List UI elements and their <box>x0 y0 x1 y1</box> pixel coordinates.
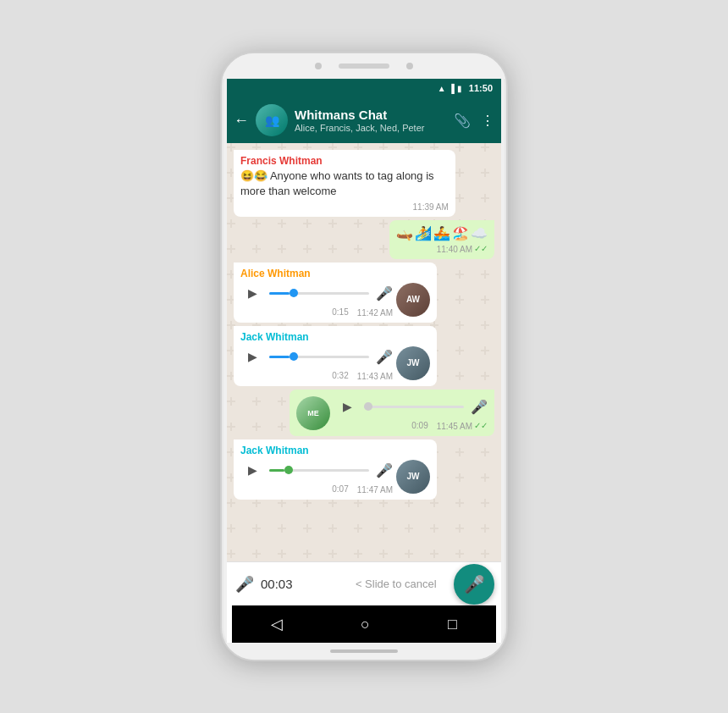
sender-name-alice: Alice Whitman <box>240 268 430 279</box>
recents-nav-button[interactable]: □ <box>448 616 457 633</box>
avatar-jack-2: JW <box>396 460 430 494</box>
waveform-fill-jack <box>269 356 290 358</box>
recording-bar: 🎤 00:03 < Slide to cancel 🎤 <box>227 561 501 605</box>
read-receipt: ✓✓ <box>474 244 488 253</box>
duration-alice: 0:15 <box>332 307 348 317</box>
waveform-dot-jack-2 <box>284 466 293 474</box>
phone-frame: ▲ ▐ ▮ 11:50 ← 👥 Whitmans Chat Alice, Fra… <box>220 52 508 661</box>
message-sent-voice: ME ▶ 🎤 0:09 11:45 AM ✓✓ <box>290 390 494 436</box>
back-nav-button[interactable]: ◁ <box>271 615 283 633</box>
voice-row-alice: ▶ 🎤 0:15 11:42 AM AW <box>240 281 430 318</box>
duration-jack-2: 0:07 <box>332 484 348 494</box>
play-button-sent[interactable]: ▶ <box>335 395 359 418</box>
volume-down-button <box>220 231 222 274</box>
voice-player-jack: ▶ 🎤 <box>240 345 393 368</box>
sender-name: Francis Whitman <box>240 155 449 167</box>
time-jack: 11:43 AM <box>357 372 393 381</box>
battery-icon: ▮ <box>457 84 462 93</box>
phone-screen: ▲ ▐ ▮ 11:50 ← 👥 Whitmans Chat Alice, Fra… <box>227 79 501 643</box>
sender-name-jack: Jack Whitman <box>240 331 430 343</box>
chat-area: Francis Whitman 😆😂 Anyone who wants to t… <box>227 143 501 561</box>
status-icons: ▲ ▐ ▮ <box>438 84 462 93</box>
time-jack-2: 11:47 AM <box>357 485 393 495</box>
message-time-sent: 11:40 AM <box>437 245 472 254</box>
waveform-sent <box>364 406 464 408</box>
message-francis-text: Francis Whitman 😆😂 Anyone who wants to t… <box>234 150 455 217</box>
voice-content-jack: ▶ 🎤 0:32 11:43 AM <box>240 345 393 381</box>
group-avatar-icon: 👥 <box>256 104 288 136</box>
message-meta-sent: 11:40 AM ✓✓ <box>396 243 488 254</box>
avatar-alice: AW <box>396 283 430 317</box>
time-alice: 11:42 AM <box>357 308 393 318</box>
waveform-fill-jack-2 <box>269 469 284 472</box>
duration-sent: 0:09 <box>411 421 427 430</box>
earpiece-speaker <box>339 64 389 69</box>
message-time: 11:39 AM <box>413 202 449 212</box>
volume-button-right <box>506 155 508 197</box>
mic-icon-jack: 🎤 <box>376 349 393 365</box>
group-avatar: 👥 <box>256 104 288 136</box>
voice-meta-jack-2: 0:07 11:47 AM <box>240 484 393 495</box>
waveform-fill-alice <box>269 292 290 295</box>
play-button-jack-2[interactable]: ▶ <box>240 458 264 482</box>
voice-player-jack-2: ▶ 🎤 <box>240 458 393 482</box>
send-mic-icon: 🎤 <box>464 574 485 594</box>
emoji-stickers: 🛶 🏄 🚣 🏖️ ☁️ <box>396 225 488 241</box>
mic-icon-alice: 🎤 <box>376 285 393 301</box>
home-nav-button[interactable]: ○ <box>361 616 370 633</box>
waveform-alice <box>269 292 369 295</box>
message-jack-voice: Jack Whitman ▶ 🎤 0:32 <box>234 326 437 386</box>
play-button-alice[interactable]: ▶ <box>240 281 264 305</box>
play-button-jack[interactable]: ▶ <box>240 345 264 368</box>
avatar-label-jack-2: JW <box>407 472 420 481</box>
message-sent-emoji: 🛶 🏄 🚣 🏖️ ☁️ 11:40 AM ✓✓ <box>389 220 494 259</box>
chat-subtitle: Alice, Francis, Jack, Ned, Peter <box>295 123 447 133</box>
back-button[interactable]: ← <box>234 112 249 130</box>
more-options-icon[interactable]: ⋮ <box>481 113 494 129</box>
read-receipt-sent: ✓✓ <box>474 421 488 430</box>
emoji-cloud: ☁️ <box>471 225 488 241</box>
voice-content-jack-2: ▶ 🎤 0:07 11:47 AM <box>240 458 393 495</box>
recording-timer: 00:03 <box>261 577 293 591</box>
voice-row-jack-2: ▶ 🎤 0:07 11:47 AM JW <box>240 458 430 495</box>
waveform-jack-2 <box>269 469 369 472</box>
attach-icon[interactable]: 📎 <box>454 113 471 129</box>
avatar-label-me: ME <box>307 409 319 417</box>
waveform-dot-jack <box>290 352 298 361</box>
time-sent: 11:45 AM <box>437 422 472 431</box>
recording-mic-icon: 🎤 <box>235 575 254 594</box>
duration-jack: 0:32 <box>332 371 348 380</box>
home-indicator <box>330 649 398 653</box>
emoji-row: 🚣 <box>433 225 450 241</box>
voice-row-jack: ▶ 🎤 0:32 11:43 AM JW <box>240 345 430 381</box>
voice-meta-alice: 0:15 11:42 AM <box>240 307 393 318</box>
send-voice-button[interactable]: 🎤 <box>454 564 494 605</box>
sent-voice-content: ▶ 🎤 0:09 11:45 AM ✓✓ <box>335 395 488 431</box>
mic-icon-jack-2: 🎤 <box>376 462 393 478</box>
voice-content: ▶ 🎤 0:15 11:42 AM <box>240 281 393 318</box>
emoji-laugh: 😆😂 <box>240 169 267 182</box>
message-text: 😆😂 Anyone who wants to tag along is more… <box>240 169 449 199</box>
emoji-beach: 🏖️ <box>452 225 469 241</box>
avatar-me-sent: ME <box>296 396 330 430</box>
front-camera <box>315 63 322 69</box>
proximity-sensor <box>406 63 413 69</box>
waveform-jack <box>269 356 369 358</box>
message-meta: 11:39 AM <box>240 201 449 212</box>
mic-icon-sent: 🎤 <box>471 399 488 415</box>
status-time: 11:50 <box>469 83 493 93</box>
sent-voice-meta: 0:09 11:45 AM ✓✓ <box>335 420 488 431</box>
waveform-dot-sent <box>364 402 372 411</box>
volume-up-button <box>220 176 222 218</box>
header-actions: 📎 ⋮ <box>454 113 494 129</box>
signal-icon: ▐ <box>449 84 455 93</box>
power-button <box>220 138 222 163</box>
sender-name-jack-2: Jack Whitman <box>240 445 430 456</box>
header-info: Whitmans Chat Alice, Francis, Jack, Ned,… <box>295 108 447 133</box>
phone-top-bar <box>222 53 506 79</box>
emoji-boat: 🛶 <box>396 225 413 241</box>
chat-title: Whitmans Chat <box>295 108 447 123</box>
message-jack-voice-2: Jack Whitman ▶ 🎤 0:07 <box>234 439 437 500</box>
phone-bottom-bar <box>222 643 506 660</box>
avatar-jack: JW <box>396 346 430 380</box>
